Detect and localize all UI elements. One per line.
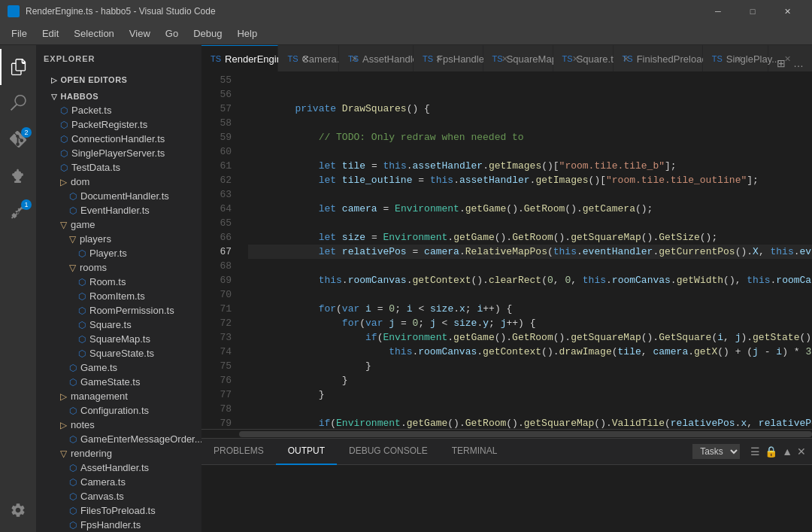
folder-icon: ▽ (69, 263, 76, 273)
tab-close-icon[interactable]: ✕ (572, 54, 579, 64)
activity-extensions[interactable]: 1 (0, 193, 36, 230)
activity-debug[interactable] (0, 157, 36, 193)
menu-go[interactable]: Go (158, 25, 186, 42)
ts-icon: ⬡ (78, 277, 86, 287)
ts-icon: ⬡ (69, 463, 77, 473)
tree-file-roomitem[interactable]: ⬡ RoomItem.ts (36, 289, 201, 303)
file-label: Game.ts (80, 362, 117, 373)
tree-file-roompermission[interactable]: ⬡ RoomPermission.ts (36, 303, 201, 318)
activity-git[interactable]: 2 (0, 121, 36, 157)
maximize-button[interactable]: □ (735, 0, 770, 23)
ts-icon: ⬡ (69, 491, 77, 502)
tree-folder-dom[interactable]: ▷ dom (36, 175, 201, 189)
main-area: 2 1 Explorer ▷ Open Editors (0, 45, 812, 532)
menu-debug[interactable]: Debug (186, 25, 229, 42)
tree-file-square[interactable]: ⬡ Square.ts (36, 318, 201, 332)
tree-file-assethandler[interactable]: ⬡ AssetHandler.ts (36, 461, 201, 475)
more-actions-icon[interactable]: … (791, 55, 806, 71)
tree-folder-rooms[interactable]: ▽ rooms (36, 260, 201, 275)
sidebar-header: Explorer (36, 45, 201, 71)
tree-folder-rendering[interactable]: ▽ rendering (36, 446, 201, 461)
file-label: RoomItem.ts (89, 290, 145, 302)
panel-tab-problems[interactable]: PROBLEMS (201, 439, 276, 465)
code-line-62: let tile_outline = this.assetHandler.get… (248, 173, 812, 187)
tree-file-gameentermessage[interactable]: ⬡ GameEnterMessageOrder.... (36, 432, 201, 446)
tasks-selector[interactable]: Tasks (692, 444, 740, 459)
line-num-67: 67 (201, 245, 232, 259)
tree-file-camera[interactable]: ⬡ Camera.ts (36, 475, 201, 489)
panel-clear-icon[interactable]: ☰ (750, 445, 760, 458)
file-label: ConnectionHandler.ts (71, 133, 165, 144)
panel-tab-debug-console[interactable]: DEBUG CONSOLE (337, 439, 440, 465)
panel-tab-terminal[interactable]: TERMINAL (440, 439, 510, 465)
tab-assethandler[interactable]: TS AssetHandler.ts ✕ (339, 45, 414, 71)
habbos-header[interactable]: ▽ Habbos (36, 90, 201, 103)
menu-help[interactable]: Help (229, 25, 265, 42)
panel-up-icon[interactable]: ▲ (782, 445, 792, 458)
minimize-button[interactable]: ─ (701, 0, 735, 23)
tab-renderengine[interactable]: TS RenderEngine.ts ✕ (201, 45, 278, 71)
line-num-62: 62 (201, 173, 232, 187)
tree-file-eventhandler[interactable]: ⬡ EventHandler.ts (36, 203, 201, 217)
ts-icon: ⬡ (69, 205, 77, 216)
line-num-71: 71 (201, 302, 232, 316)
panel-tab-output[interactable]: OUTPUT (276, 439, 337, 465)
line-num-55: 55 (201, 73, 232, 87)
line-num-58: 58 (201, 116, 232, 130)
tree-file-squaremap[interactable]: ⬡ SquareMap.ts (36, 332, 201, 346)
tree-file-canvas[interactable]: ⬡ Canvas.ts (36, 489, 201, 503)
sidebar-title: Explorer (44, 54, 95, 63)
menu-edit[interactable]: Edit (35, 25, 66, 42)
tab-close-icon[interactable]: ✕ (623, 54, 629, 64)
tree-folder-game[interactable]: ▽ game (36, 217, 201, 232)
tree-file-room[interactable]: ⬡ Room.ts (36, 275, 201, 289)
folder-label: rendering (71, 448, 112, 459)
tab-fpshandler[interactable]: TS FpsHandler.ts ✕ (414, 45, 483, 71)
tree-file-fpshandler[interactable]: ⬡ FpsHandler.ts (36, 518, 201, 532)
code-line-55 (248, 73, 812, 87)
folder-icon: ▷ (60, 391, 67, 402)
tree-file-filestopreload[interactable]: ⬡ FilesToPreload.ts (36, 503, 201, 518)
tree-file-game[interactable]: ⬡ Game.ts (36, 360, 201, 375)
file-label: Square.ts (89, 319, 132, 330)
tab-close-icon[interactable]: ✕ (435, 54, 442, 64)
tab-close-icon[interactable]: ✕ (501, 54, 508, 64)
tree-file-documenthandler[interactable]: ⬡ DocumentHandler.ts (36, 189, 201, 203)
tree-file-player[interactable]: ⬡ Player.ts (36, 246, 201, 260)
tree-file-packet[interactable]: ⬡ Packet.ts (36, 103, 201, 117)
panel-lock-icon[interactable]: 🔒 (765, 445, 777, 458)
activity-search[interactable] (0, 85, 36, 121)
open-editors-header[interactable]: ▷ Open Editors (36, 73, 201, 87)
tree-file-packetregister[interactable]: ⬡ PacketRegister.ts (36, 117, 201, 132)
tree-file-gamestate[interactable]: ⬡ GameState.ts (36, 375, 201, 389)
tree-file-squarestate[interactable]: ⬡ SquareState.ts (36, 346, 201, 360)
horizontal-scrollbar[interactable] (239, 430, 812, 438)
file-label: Packet.ts (71, 105, 111, 116)
menu-view[interactable]: View (122, 25, 158, 42)
tab-square[interactable]: TS Square.ts ✕ (553, 45, 614, 71)
close-button[interactable]: ✕ (770, 0, 804, 23)
code-line-56 (248, 87, 812, 102)
tree-folder-players[interactable]: ▽ players (36, 232, 201, 246)
panel-close-icon[interactable]: ✕ (797, 445, 806, 458)
activity-explorer[interactable] (0, 49, 36, 85)
menu-file[interactable]: File (4, 25, 35, 42)
tab-squaremap[interactable]: TS SquareMap.ts ✕ (483, 45, 553, 71)
tree-file-singleplayerserver[interactable]: ⬡ SinglePlayerServer.ts (36, 146, 201, 160)
tree-file-connectionhandler[interactable]: ⬡ ConnectionHandler.ts (36, 132, 201, 146)
tree-folder-notes[interactable]: ▷ notes (36, 418, 201, 432)
titlebar: RenderEngine.ts - habbo5 - Visual Studio… (0, 0, 812, 23)
menu-selection[interactable]: Selection (66, 25, 121, 42)
code-editor[interactable]: 55 56 57 58 59 60 61 62 63 64 65 66 67 6… (201, 71, 812, 429)
tree-folder-management[interactable]: ▷ management (36, 389, 201, 403)
activity-settings[interactable] (0, 492, 36, 528)
tab-close-icon[interactable]: ✕ (351, 54, 358, 64)
tab-ts-icon: TS (211, 54, 221, 63)
tab-close-icon[interactable]: ✕ (735, 54, 742, 64)
tree-file-testdata[interactable]: ⬡ TestData.ts (36, 160, 201, 175)
tab-close-icon[interactable]: ✕ (302, 54, 309, 64)
tree-file-configuration[interactable]: ⬡ Configuration.ts (36, 403, 201, 418)
tab-close-icon[interactable]: ✕ (784, 54, 791, 64)
scrollbar-thumb[interactable] (239, 431, 812, 437)
code-content[interactable]: private DrawSquares() { // TODO: Only re… (239, 71, 812, 429)
